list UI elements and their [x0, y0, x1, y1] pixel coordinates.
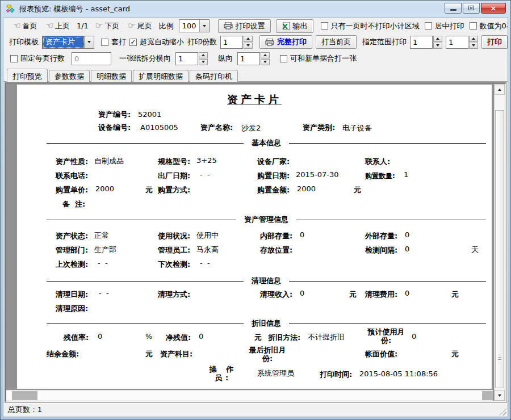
checkbox-box: [425, 22, 432, 30]
titlebar[interactable]: 报表预览: 模板编号 - asset_card ×: [1, 1, 510, 18]
scroll-down-button[interactable]: [495, 390, 505, 401]
close-button[interactable]: ×: [481, 3, 506, 14]
split-vertical-label: 纵向: [218, 53, 233, 64]
scroll-up-button[interactable]: [495, 84, 505, 95]
svg-text:X: X: [282, 22, 288, 30]
split-vertical-stepper[interactable]: 1: [237, 52, 270, 65]
copies-value[interactable]: 1: [220, 36, 243, 49]
template-combobox[interactable]: 资产卡片: [42, 36, 94, 49]
checkbox-auto-shrink[interactable]: ✓ 超宽自动缩小: [129, 37, 184, 47]
toolbar-navigation: ☜ 首页 ☜ 上页 1/1 ☞ 下页 ☞ 尾页 比例 100: [3, 18, 508, 33]
checkbox-box: ✓: [129, 39, 137, 46]
close-icon: ×: [491, 5, 497, 12]
page-indicator: 1/1: [77, 22, 89, 30]
hand-right-icon: ☞: [128, 22, 135, 30]
first-page-label: 首页: [22, 21, 37, 31]
expect-months-value: 0: [412, 332, 416, 341]
scrollbar-corner: [482, 391, 493, 400]
horizontal-scroll-thumb[interactable]: [12, 391, 37, 400]
checkbox-box: [280, 55, 287, 62]
tab-extended-detail-data[interactable]: 扩展明细数据: [133, 70, 189, 82]
tab-barcode-printer[interactable]: 条码打印机: [190, 70, 238, 82]
print-button[interactable]: 打印: [481, 35, 508, 49]
spin-down-button[interactable]: [261, 59, 270, 65]
prev-page-button[interactable]: ☜ 上页: [44, 20, 71, 32]
section-basic-info: 基本信息: [47, 138, 486, 148]
minimize-button[interactable]: [445, 3, 462, 14]
vertical-scrollbar[interactable]: [494, 84, 505, 401]
section-clean-info: 清理信息: [47, 276, 486, 285]
spin-up-button[interactable]: [469, 36, 478, 42]
operator-label: 操 作 员:: [200, 365, 246, 382]
asset-no-value: 52001: [138, 110, 161, 119]
range-to-value[interactable]: 1: [446, 36, 468, 49]
clean-income-value: 0: [300, 289, 304, 297]
internal-stock-value: 0: [300, 230, 304, 239]
spin-up-button[interactable]: [199, 52, 208, 58]
asset-no-label: 资产编号:: [98, 110, 131, 120]
buy-way-label: 购置方式:: [158, 185, 190, 195]
range-to-stepper[interactable]: 1: [446, 36, 478, 49]
tab-parameter-data[interactable]: 参数数据: [49, 70, 90, 82]
print-time-value: 2015-08-05 11:08:56: [359, 369, 438, 378]
copies-stepper[interactable]: 1: [220, 36, 253, 49]
checkbox-label: 超宽自动缩小: [140, 37, 184, 47]
print-current-label: 打当前页: [321, 37, 351, 47]
spin-down-button[interactable]: [199, 59, 208, 65]
range-label: 指定范围打印: [362, 37, 407, 47]
range-from-stepper[interactable]: 1: [410, 36, 442, 49]
maximize-button[interactable]: [463, 3, 480, 14]
print-current-page-button[interactable]: 打当前页: [316, 35, 357, 49]
print-settings-button[interactable]: 打印设置: [218, 19, 271, 33]
chevron-down-icon[interactable]: [84, 36, 94, 48]
first-page-button[interactable]: ☜ 首页: [11, 20, 39, 32]
tab-detail-data[interactable]: 明细数据: [91, 70, 132, 82]
staff-value: 马永高: [196, 245, 219, 255]
scale-label: 比例: [159, 21, 174, 31]
checkbox-fixed-rows[interactable]: 固定每页行数: [10, 53, 65, 64]
full-print-button[interactable]: 完整打印: [259, 35, 312, 49]
spin-down-button[interactable]: [433, 43, 442, 49]
spin-down-button[interactable]: [244, 43, 253, 49]
device-no-label: 设备编号:: [98, 123, 131, 133]
vertical-scroll-thumb[interactable]: [495, 110, 504, 388]
checkbox-box: [10, 55, 18, 62]
next-page-button[interactable]: ☞ 下页: [94, 20, 121, 32]
scale-combobox[interactable]: 100: [179, 19, 210, 32]
checkbox-overlay-print[interactable]: 套打: [101, 37, 126, 47]
minimize-icon: [450, 9, 456, 11]
fixed-rows-input[interactable]: 0: [72, 52, 111, 65]
horizontal-scrollbar[interactable]: [6, 390, 493, 401]
checkbox-label: 居中打印: [435, 21, 464, 31]
checkbox-merge-print[interactable]: 可和新单据合打一张: [280, 53, 357, 64]
amount-unit: 元: [354, 185, 361, 195]
internal-stock-label: 内部存量:: [260, 231, 292, 241]
checkbox-zero-not-print[interactable]: 数值为0不打: [470, 21, 508, 31]
hand-right-icon: ☞: [95, 22, 103, 30]
checkbox-center-print[interactable]: 居中打印: [425, 21, 464, 31]
split-horizontal-stepper[interactable]: 1: [175, 52, 208, 65]
spin-down-button[interactable]: [469, 43, 478, 49]
split-horizontal-value[interactable]: 1: [175, 52, 198, 65]
checkbox-label: 套打: [111, 37, 126, 47]
export-button[interactable]: X 输出: [276, 19, 313, 33]
spin-up-button[interactable]: [433, 36, 442, 42]
external-stock-label: 外部存量:: [365, 231, 397, 241]
tab-print-preview[interactable]: 打印预览: [7, 69, 48, 82]
checkbox-box: [321, 22, 328, 30]
spin-up-button[interactable]: [244, 36, 253, 42]
clean-date-label: 清理日期:: [56, 289, 88, 300]
range-from-value[interactable]: 1: [410, 36, 433, 49]
last-check-label: 上次检测:: [56, 259, 88, 270]
residual-rate-value: 0: [98, 332, 102, 341]
split-vertical-value[interactable]: 1: [237, 52, 260, 65]
last-page-button[interactable]: ☞ 尾页: [126, 20, 153, 32]
book-value-label: 帐面价值:: [365, 349, 397, 359]
checkbox-no-subtotal-single-page[interactable]: 只有一页时不打印小计区域: [321, 21, 420, 31]
clean-reason-label: 清理原因:: [56, 304, 88, 314]
resize-grip[interactable]: [499, 408, 506, 415]
copies-label: 打印份数: [187, 37, 217, 47]
amount-value: 2000: [297, 184, 316, 193]
spin-up-button[interactable]: [261, 52, 270, 58]
chevron-down-icon[interactable]: [199, 20, 209, 32]
